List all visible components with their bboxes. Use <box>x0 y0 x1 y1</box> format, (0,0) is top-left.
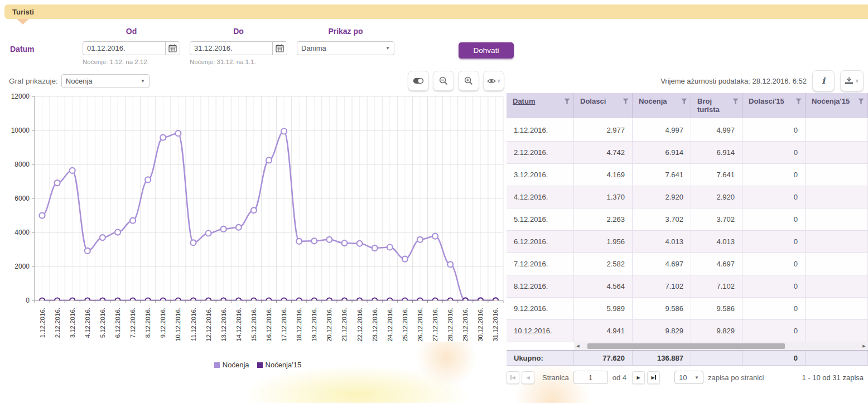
tab-turisti[interactable]: Turisti <box>12 8 34 16</box>
graf-prikazuje-select[interactable]: Noćenja ▼ <box>61 74 150 88</box>
svg-text:25.12.2016.: 25.12.2016. <box>402 308 408 342</box>
page-size-value: 10 <box>679 373 687 382</box>
column-header-datum[interactable]: Datum <box>507 93 574 118</box>
data-point-marker <box>311 238 317 244</box>
table-panel: Vrijeme ažurnosti podataka: 28.12.2016. … <box>507 69 868 384</box>
totals-row: Ukupno: 77.620 136.887 0 <box>507 350 868 366</box>
column-header-dolasci-15[interactable]: Dolasci'15 <box>742 93 806 118</box>
od-label: Od <box>83 27 180 36</box>
table-row[interactable]: 2.12.2016.4.7426.9146.9140 <box>507 142 868 164</box>
first-page-button[interactable]: ◀ <box>507 371 519 384</box>
pagination-bar: ◀ ◀ Stranica od 4 ▶ ▶ 10 ▼ zapisa po str… <box>507 371 868 384</box>
zoom-out-button[interactable] <box>433 71 454 91</box>
cell-value <box>806 164 868 186</box>
cell-value: 7.641 <box>691 164 742 186</box>
filter-icon[interactable] <box>732 98 739 104</box>
scroll-left-arrow[interactable]: ◀ <box>574 344 582 348</box>
cell-value: 3.702 <box>691 208 742 230</box>
table-row[interactable]: 7.12.2016.2.5824.6974.6970 <box>507 253 868 275</box>
page-size-select[interactable]: 10 ▼ <box>674 371 703 384</box>
cell-value: 9.586 <box>633 298 691 319</box>
toggle-mode-button[interactable] <box>408 71 429 91</box>
info-button[interactable]: i <box>812 70 835 91</box>
svg-text:26.12.2016.: 26.12.2016. <box>417 308 423 342</box>
scrollbar-thumb[interactable] <box>587 343 785 349</box>
table-row[interactable]: 4.12.2016.1.3702.9202.9200 <box>507 186 868 208</box>
column-header-no-enja[interactable]: Noćenja <box>633 93 691 118</box>
filter-icon[interactable] <box>858 98 864 104</box>
data-point-marker <box>130 218 136 224</box>
data-point-marker <box>433 298 438 303</box>
cell-value: 4.564 <box>574 275 633 297</box>
last-page-button[interactable]: ▶ <box>647 371 660 384</box>
filter-icon[interactable] <box>681 98 687 104</box>
column-header-dolasci[interactable]: Dolasci <box>574 93 633 118</box>
prikaz-po-select[interactable]: Danima ▼ <box>297 41 394 55</box>
calendar-icon[interactable] <box>165 42 180 55</box>
data-point-marker <box>236 225 242 230</box>
svg-text:17.12.2016.: 17.12.2016. <box>281 308 287 342</box>
svg-text:4000: 4000 <box>15 229 30 236</box>
scroll-right-arrow[interactable]: ▶ <box>860 344 868 348</box>
calendar-icon[interactable] <box>272 42 287 55</box>
column-header-no-enja-15[interactable]: Noćenja'15 <box>806 93 868 118</box>
cell-datum: 1.12.2016. <box>507 119 574 141</box>
data-point-marker <box>221 226 226 232</box>
svg-text:5.12.2016.: 5.12.2016. <box>99 308 106 338</box>
eye-icon <box>487 78 496 84</box>
date-to-input[interactable] <box>190 42 272 55</box>
data-point-marker <box>357 241 363 246</box>
data-point-marker <box>326 237 332 242</box>
svg-text:16.12.2016.: 16.12.2016. <box>266 308 272 342</box>
tab-bar: Turisti <box>4 4 868 19</box>
datum-label: Datum <box>10 27 83 65</box>
cell-value: 0 <box>742 275 806 297</box>
download-button[interactable]: ∨ <box>840 70 864 91</box>
filter-prikaz-po: Prikaz po Danima ▼ <box>297 27 394 65</box>
cell-value: 9.829 <box>691 320 742 342</box>
table-row[interactable]: 6.12.2016.1.9564.0134.0130 <box>507 231 868 253</box>
legend-item[interactable]: Noćenja'15 <box>257 361 302 369</box>
chart-legend: NoćenjaNoćenja'15 <box>9 361 507 369</box>
column-header-label: Noćenja'15 <box>812 97 850 105</box>
page-number-input[interactable] <box>573 371 608 384</box>
data-point-marker <box>160 135 166 140</box>
column-header-broj-turista[interactable]: Broj turista <box>691 93 742 118</box>
dohvati-button[interactable]: Dohvati <box>459 42 514 59</box>
svg-text:23.12.2016.: 23.12.2016. <box>372 308 378 342</box>
data-point-marker <box>342 298 347 303</box>
svg-text:8000: 8000 <box>15 161 30 168</box>
table-row[interactable]: 10.12.2016.4.9419.8299.8290 <box>507 320 868 342</box>
filter-icon[interactable] <box>795 98 802 104</box>
totals-nocenja: 136.887 <box>633 351 691 365</box>
data-point-marker <box>236 298 241 303</box>
data-point-marker <box>463 298 468 303</box>
visibility-menu-button[interactable]: ∨ <box>483 71 504 91</box>
table-row[interactable]: 1.12.2016.2.9774.9974.9970 <box>507 119 868 142</box>
table-row[interactable]: 3.12.2016.4.1697.6417.6410 <box>507 164 868 186</box>
cell-value: 4.697 <box>691 253 742 275</box>
column-header-label: Dolasci'15 <box>749 97 784 105</box>
do-hint: Noćenje: 31.12. na 1.1. <box>190 59 287 65</box>
data-point-marker <box>402 298 407 303</box>
stranica-label: Stranica <box>542 373 569 382</box>
cell-value: 4.997 <box>633 119 691 141</box>
prev-page-button[interactable]: ◀ <box>522 371 534 384</box>
date-from-input[interactable] <box>83 42 165 55</box>
filter-icon[interactable] <box>623 98 629 104</box>
data-point-marker <box>387 298 392 303</box>
table-row[interactable]: 9.12.2016.5.9899.5869.5860 <box>507 298 868 320</box>
table-row[interactable]: 8.12.2016.4.5647.1027.1020 <box>507 275 868 298</box>
data-point-marker <box>387 245 393 250</box>
cell-value <box>806 186 868 208</box>
scrollbar-track[interactable] <box>582 343 860 349</box>
next-page-button[interactable]: ▶ <box>632 371 645 384</box>
data-point-marker <box>100 298 105 303</box>
zoom-in-button[interactable] <box>458 71 479 91</box>
table-row[interactable]: 5.12.2016.2.2633.7023.7020 <box>507 208 868 231</box>
graf-prikazuje-label: Graf prikazuje: <box>9 77 58 85</box>
legend-item[interactable]: Noćenja <box>214 361 249 369</box>
cell-datum: 10.12.2016. <box>507 320 574 342</box>
totals-broj-turista <box>691 351 742 365</box>
filter-icon[interactable] <box>564 98 570 104</box>
